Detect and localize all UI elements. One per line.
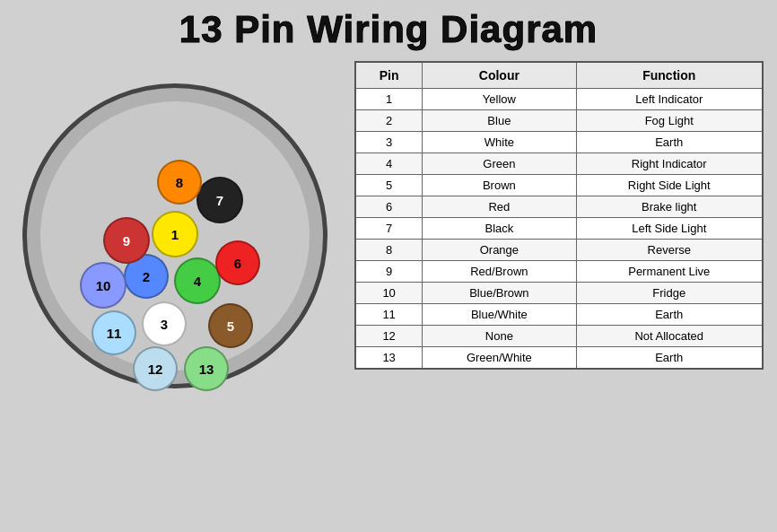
cell-pin: 6 [355,196,423,218]
cell-pin: 1 [355,89,423,110]
table-row: 9Red/BrownPermanent Live [355,261,763,283]
pin-1: 1 [152,211,198,257]
cell-function: Brake light [576,196,763,218]
table-row: 7BlackLeft Side Light [355,218,763,240]
cell-function: Right Side Light [576,175,763,196]
cell-pin: 7 [355,218,423,240]
table-row: 8OrangeReverse [355,240,763,261]
cell-function: Left Side Light [576,218,763,240]
cell-colour: Orange [423,240,576,261]
table-row: 12NoneNot Allocated [355,326,763,347]
cell-colour: Red [423,196,576,218]
pin-3: 3 [142,301,187,346]
pin-table-area: Pin Colour Function 1YellowLeft Indicato… [354,61,764,370]
inner-circle: 12345678910111213 [40,101,310,371]
table-row: 2BlueFog Light [355,110,763,132]
pin-10: 10 [80,262,127,309]
cell-pin: 9 [355,261,423,283]
header-colour: Colour [423,62,576,89]
wiring-table: Pin Colour Function 1YellowLeft Indicato… [354,61,764,370]
pin-13: 13 [184,346,229,391]
cell-function: Not Allocated [576,326,763,347]
table-row: 13Green/WhiteEarth [355,347,763,370]
table-row: 3WhiteEarth [355,132,763,153]
pin-6: 6 [215,240,260,285]
cell-pin: 5 [355,175,423,196]
pin-7: 7 [196,177,243,223]
cell-function: Earth [576,347,763,370]
cell-colour: Green [423,153,576,175]
pin-9: 9 [103,217,150,264]
cell-pin: 12 [355,326,423,347]
page-title: 13 Pin Wiring Diagram [179,9,598,50]
cell-function: Earth [576,132,763,153]
cell-function: Reverse [576,240,763,261]
table-row: 4GreenRight Indicator [355,153,763,175]
table-row: 11Blue/WhiteEarth [355,304,763,326]
cell-function: Left Indicator [576,89,763,110]
pin-12: 12 [133,346,178,391]
main-content: 12345678910111213 Pin Colour Function 1Y… [13,61,764,411]
cell-pin: 2 [355,110,423,132]
connector-diagram: 12345678910111213 [13,61,336,411]
table-row: 1YellowLeft Indicator [355,89,763,110]
cell-colour: None [423,326,576,347]
cell-colour: Yellow [423,89,576,110]
table-row: 10Blue/BrownFridge [355,283,763,304]
cell-function: Permanent Live [576,261,763,283]
table-row: 5BrownRight Side Light [355,175,763,196]
cell-function: Earth [576,304,763,326]
cell-colour: Green/White [423,347,576,370]
cell-pin: 10 [355,283,423,304]
cell-pin: 13 [355,347,423,370]
outer-circle: 12345678910111213 [22,83,327,388]
cell-pin: 8 [355,240,423,261]
table-header-row: Pin Colour Function [355,62,763,89]
cell-colour: Blue/White [423,304,576,326]
cell-colour: Blue [423,110,576,132]
pin-5: 5 [208,303,253,348]
cell-pin: 4 [355,153,423,175]
cell-pin: 3 [355,132,423,153]
cell-colour: White [423,132,576,153]
cell-function: Right Indicator [576,153,763,175]
cell-function: Fridge [576,283,763,304]
cell-pin: 11 [355,304,423,326]
table-row: 6RedBrake light [355,196,763,218]
pin-4: 4 [174,257,221,304]
cell-function: Fog Light [576,110,763,132]
cell-colour: Brown [423,175,576,196]
cell-colour: Blue/Brown [423,283,576,304]
header-pin: Pin [355,62,423,89]
pin-11: 11 [92,310,136,355]
cell-colour: Red/Brown [423,261,576,283]
pin-8: 8 [157,160,202,205]
cell-colour: Black [423,218,576,240]
header-function: Function [576,62,763,89]
